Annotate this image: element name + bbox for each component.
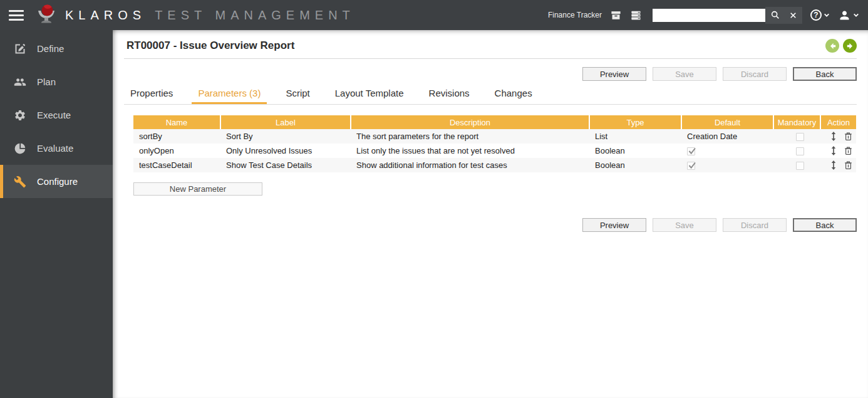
cell-action [820, 158, 856, 172]
new-parameter-button[interactable]: New Parameter [133, 182, 262, 196]
cell-action [820, 144, 856, 158]
table-row: onlyOpenOnly Unresolved IssuesList only … [133, 144, 856, 158]
preview-button[interactable]: Preview [582, 67, 646, 81]
discard-button: Discard [723, 218, 787, 232]
reorder-icon[interactable] [830, 132, 837, 141]
sidebar-item-label: Execute [37, 110, 71, 120]
column-header-mandatory: Mandatory [773, 115, 820, 129]
cell-type: List [589, 129, 681, 144]
brand-title: KLAROSTEST MANAGEMENT [65, 8, 355, 23]
cell-mandatory [773, 158, 820, 172]
sidebar-item-label: Define [37, 43, 64, 54]
sidebar-item-label: Plan [37, 76, 56, 87]
column-header-description: Description [351, 115, 589, 129]
chevron-down-icon [853, 13, 859, 18]
column-header-label: Label [220, 115, 351, 129]
next-report-button[interactable] [843, 39, 857, 53]
archive-icon[interactable] [610, 9, 622, 21]
column-header-type: Type [589, 115, 681, 129]
table-row: sortBySort ByThe sort parameters for the… [133, 129, 856, 144]
cell-name: testCaseDetail [133, 158, 220, 172]
main-content: RT00007 - Issue Overview Report PreviewS… [113, 30, 868, 398]
server-icon[interactable] [630, 9, 642, 21]
chevron-down-icon [824, 13, 830, 18]
sidebar: Define Plan Execute Evaluate Configure [0, 30, 113, 398]
mandatory-checkbox[interactable] [796, 133, 804, 141]
page-title: RT00007 - Issue Overview Report [127, 39, 294, 52]
arrow-left-icon [828, 41, 837, 51]
tab-properties[interactable]: Properties [124, 88, 179, 104]
delete-icon[interactable] [844, 146, 852, 155]
reorder-icon[interactable] [830, 160, 837, 170]
user-menu[interactable] [838, 9, 859, 22]
default-checkbox[interactable] [687, 162, 695, 170]
sidebar-item-label: Evaluate [37, 143, 73, 154]
mandatory-checkbox[interactable] [796, 162, 804, 170]
cell-action [820, 129, 856, 144]
top-action-buttons: PreviewSaveDiscardBack [113, 67, 857, 81]
arrow-right-icon [845, 41, 855, 51]
discard-button: Discard [723, 67, 787, 81]
cell-type: Boolean [589, 158, 681, 172]
top-bar: KLAROSTEST MANAGEMENT Finance Tracker ? [0, 0, 868, 30]
title-separator [124, 58, 857, 59]
user-icon [838, 9, 851, 22]
delete-icon[interactable] [844, 132, 852, 141]
parameters-table: NameLabelDescriptionTypeDefaultMandatory… [133, 115, 856, 172]
help-menu[interactable]: ? [810, 9, 830, 21]
cell-mandatory [773, 144, 820, 158]
pie-chart-icon [14, 142, 26, 155]
back-button[interactable]: Back [793, 218, 857, 232]
cell-name: onlyOpen [133, 144, 220, 158]
save-button: Save [653, 218, 716, 232]
sidebar-item-evaluate[interactable]: Evaluate [0, 132, 113, 165]
sidebar-item-execute[interactable]: Execute [0, 98, 113, 132]
tab-changes[interactable]: Changes [488, 88, 539, 104]
help-icon: ? [810, 9, 822, 21]
tab-layout-template[interactable]: Layout Template [329, 88, 410, 104]
delete-icon[interactable] [844, 160, 852, 170]
back-button[interactable]: Back [793, 67, 857, 81]
cell-description: The sort parameters for the report [351, 129, 589, 144]
cell-default [681, 158, 773, 172]
clear-search-icon[interactable] [789, 11, 797, 19]
column-header-default: Default [681, 115, 773, 129]
search-icon[interactable] [770, 10, 780, 20]
mandatory-checkbox[interactable] [796, 147, 804, 155]
hamburger-menu-icon[interactable] [9, 8, 24, 23]
column-header-action: Action [820, 115, 856, 129]
active-project-label: Finance Tracker [548, 11, 602, 19]
reorder-icon[interactable] [830, 146, 837, 155]
sidebar-item-define[interactable]: Define [0, 32, 113, 65]
cell-name: sortBy [133, 129, 220, 144]
save-button: Save [653, 67, 716, 81]
klaros-logo [34, 3, 59, 28]
bottom-action-buttons: PreviewSaveDiscardBack [113, 218, 857, 232]
edit-icon [14, 43, 26, 55]
gear-icon [14, 109, 26, 122]
cell-type: Boolean [589, 144, 681, 158]
sidebar-item-label: Configure [37, 176, 78, 187]
previous-report-button[interactable] [825, 39, 839, 53]
cell-label: Only Unresolved Issues [220, 144, 351, 158]
wrench-icon [14, 175, 26, 188]
brand-primary: KLAROS [65, 8, 146, 22]
tab-parameters-3[interactable]: Parameters (3) [192, 88, 267, 104]
sidebar-item-configure[interactable]: Configure [0, 165, 113, 198]
cell-default [681, 144, 773, 158]
default-checkbox[interactable] [687, 147, 695, 155]
brand-secondary: TEST MANAGEMENT [155, 8, 355, 22]
cell-label: Sort By [220, 129, 351, 144]
search-input[interactable] [653, 9, 765, 22]
tab-script[interactable]: Script [279, 88, 316, 104]
cell-description: List only the issues that are not yet re… [351, 144, 589, 158]
sidebar-item-plan[interactable]: Plan [0, 65, 113, 98]
table-row: testCaseDetailShow Test Case DetailsShow… [133, 158, 856, 172]
cell-mandatory [773, 129, 820, 144]
tab-revisions[interactable]: Revisions [423, 88, 476, 104]
tab-bar: PropertiesParameters (3)ScriptLayout Tem… [124, 88, 857, 105]
cell-default: Creation Date [681, 129, 773, 144]
column-header-name: Name [133, 115, 220, 129]
preview-button[interactable]: Preview [582, 218, 646, 232]
cell-description: Show additional information for test cas… [351, 158, 589, 172]
